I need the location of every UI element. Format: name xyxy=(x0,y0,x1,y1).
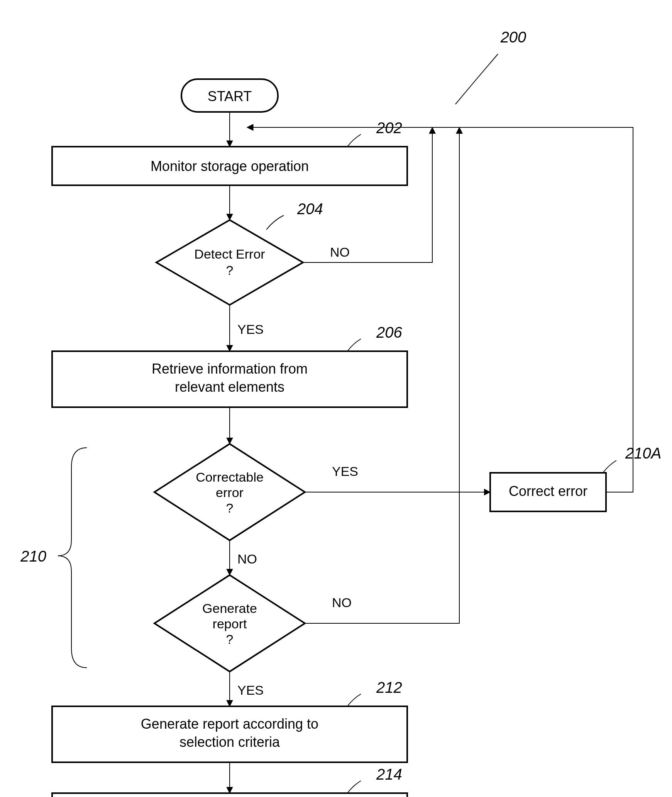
node-210b-line3: ? xyxy=(226,632,234,646)
group-210-label: 210 xyxy=(20,548,46,565)
edge-210a-yes-label: YES xyxy=(332,464,358,479)
edge-204-no-label: NO xyxy=(330,245,350,259)
start-label: START xyxy=(208,88,252,104)
node-212-line2: selection criteria xyxy=(179,734,280,750)
edge-210b-no xyxy=(305,127,459,623)
ref-214: 214 xyxy=(376,766,402,783)
ref-210A-leader xyxy=(603,460,616,473)
ref-212: 212 xyxy=(376,679,402,696)
ref-214-leader xyxy=(347,781,361,793)
node-214-box xyxy=(52,793,407,797)
ref-202-leader xyxy=(347,134,361,147)
node-206-line1: Retrieve information from xyxy=(152,361,308,377)
ref-206: 206 xyxy=(376,324,402,341)
group-210-brace xyxy=(58,448,87,668)
ref-204-leader xyxy=(266,215,284,230)
figure-ref-200: 200 xyxy=(500,29,526,46)
edge-210b-yes-label: YES xyxy=(237,683,264,697)
ref-204: 204 xyxy=(297,200,323,217)
ref-206-leader xyxy=(347,339,361,351)
node-204-line1: Detect Error xyxy=(194,247,265,261)
node-210b-line1: Generate xyxy=(202,601,257,616)
node-210b-line2: report xyxy=(213,616,247,631)
ref-210A: 210A xyxy=(625,445,661,462)
edge-210a-no-label: NO xyxy=(237,552,257,566)
edge-210b-no-label: NO xyxy=(332,595,352,610)
node-210a-line1: Correctable xyxy=(196,470,264,484)
edge-210A-return xyxy=(247,127,633,492)
edge-204-no xyxy=(303,127,432,262)
node-206-line2: relevant elements xyxy=(175,379,284,395)
node-212-line1: Generate report according to xyxy=(141,716,318,732)
edge-204-yes-label: YES xyxy=(237,322,264,337)
node-202-label: Monitor storage operation xyxy=(151,158,309,174)
node-210a-line2: error xyxy=(216,485,244,500)
node-204-line2: ? xyxy=(226,263,234,278)
figure-ref-leader xyxy=(455,54,498,104)
node-204-diamond xyxy=(156,220,303,305)
node-210A-label: Correct error xyxy=(509,483,587,499)
node-210a-line3: ? xyxy=(226,501,234,515)
ref-212-leader xyxy=(347,694,361,706)
